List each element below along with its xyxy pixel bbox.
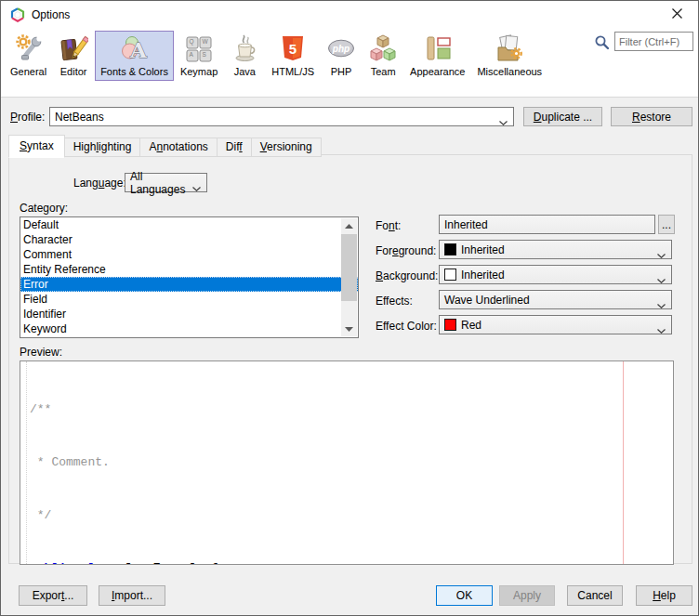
scrollbar-thumb[interactable]	[341, 234, 357, 301]
filter-input[interactable]	[614, 32, 693, 51]
svg-text:A: A	[190, 51, 194, 58]
tab-label: Diff	[226, 140, 243, 153]
search-icon	[594, 34, 610, 53]
chevron-down-icon	[192, 181, 201, 194]
code-class-decl: JavaExample {	[124, 561, 218, 565]
toolbar-item-editor[interactable]: Editor	[53, 31, 94, 81]
miscellaneous-icon	[495, 33, 524, 63]
effect-color-label: Effect Color:	[376, 320, 437, 333]
toolbar-item-general[interactable]: General	[5, 31, 52, 81]
options-dialog: Options General	[0, 0, 699, 616]
list-item-selected[interactable]: Error	[20, 277, 358, 292]
effect-color-select[interactable]: Red	[439, 315, 672, 334]
toolbar-item-label: Keymap	[180, 66, 218, 77]
tab-highlighting[interactable]: Highlighting	[64, 138, 141, 157]
list-item[interactable]: Comment	[20, 247, 358, 262]
effect-color-swatch	[444, 319, 456, 331]
svg-text:php: php	[332, 44, 350, 54]
category-label: Category:	[20, 202, 68, 215]
toolbar-item-label: Miscellaneous	[477, 66, 542, 77]
list-item[interactable]: Field	[20, 292, 358, 307]
tab-annotations[interactable]: Annotations	[139, 138, 217, 157]
restore-button-label: Restore	[632, 111, 671, 124]
font-label: Font:	[376, 219, 401, 232]
toolbar-item-htmljs[interactable]: 5 HTML/JS	[266, 31, 320, 81]
toolbar-item-label: Java	[234, 66, 256, 77]
effects-select[interactable]: Wave Underlined	[439, 290, 672, 309]
list-item[interactable]: Identifier	[20, 307, 358, 321]
list-item[interactable]: Character	[20, 232, 358, 247]
tab-diff[interactable]: Diff	[217, 138, 252, 157]
apply-button[interactable]: Apply	[499, 585, 555, 606]
toolbar-item-php[interactable]: php PHP	[321, 31, 362, 81]
code-line: * Comment.	[30, 453, 363, 471]
list-item[interactable]: Default	[20, 217, 358, 232]
scroll-up-icon[interactable]	[341, 218, 357, 233]
code-comment: */	[30, 508, 51, 522]
restore-button[interactable]: Restore	[611, 107, 692, 126]
window-title: Options	[32, 8, 70, 21]
close-button[interactable]	[656, 1, 698, 28]
ok-button[interactable]: OK	[436, 585, 493, 606]
close-icon	[672, 8, 682, 21]
vertical-scrollbar[interactable]	[341, 218, 357, 336]
tab-label: Highlighting	[73, 140, 132, 153]
ok-button-label: OK	[456, 589, 472, 602]
toolbar-item-appearance[interactable]: Appearance	[404, 31, 470, 81]
toolbar-item-label: Appearance	[410, 66, 465, 77]
apply-button-label: Apply	[513, 589, 541, 602]
editor-icon	[59, 33, 88, 63]
toolbar-item-java[interactable]: Java	[224, 31, 265, 81]
html5-icon: 5	[278, 33, 308, 63]
right-margin-line	[623, 361, 624, 564]
tab-syntax[interactable]: Syntax	[8, 135, 65, 158]
list-item[interactable]: Entity Reference	[20, 262, 358, 277]
foreground-select[interactable]: Inherited	[439, 240, 672, 259]
language-value: All Languages	[130, 170, 188, 196]
profile-value: NetBeans	[55, 111, 104, 124]
svg-text:A: A	[129, 37, 148, 62]
language-label: Language:	[73, 177, 126, 190]
toolbar-item-miscellaneous[interactable]: Miscellaneous	[471, 31, 547, 81]
team-icon	[368, 33, 398, 63]
netbeans-logo-icon	[10, 7, 25, 22]
background-label: Background:	[376, 269, 438, 282]
help-button[interactable]: Help	[636, 585, 692, 606]
general-icon	[14, 33, 44, 63]
font-browse-button[interactable]: ...	[658, 215, 675, 234]
tab-label: Versioning	[260, 140, 312, 153]
toolbar-item-fonts-colors[interactable]: A Fonts & Colors	[95, 31, 174, 81]
appearance-icon	[423, 33, 453, 63]
duplicate-button[interactable]: Duplicate ...	[523, 107, 602, 126]
export-button[interactable]: Export...	[19, 585, 87, 606]
language-select[interactable]: All Languages	[125, 173, 207, 192]
help-button-label: Help	[653, 589, 676, 602]
preview-editor[interactable]: /** * Comment. */ public class JavaExamp…	[20, 360, 674, 565]
toolbar-item-label: Team	[371, 66, 396, 77]
preview-code: /** * Comment. */ public class JavaExamp…	[30, 365, 363, 565]
effects-label: Effects:	[376, 295, 413, 308]
duplicate-button-label: Duplicate ...	[534, 111, 592, 124]
chevron-down-icon	[657, 298, 666, 311]
code-keyword: public class	[30, 561, 124, 565]
font-browse-label: ...	[662, 218, 671, 231]
toolbar-item-team[interactable]: Team	[363, 31, 403, 81]
toolbar-item-label: PHP	[331, 66, 352, 77]
svg-text:S: S	[203, 51, 207, 58]
profile-label: Profile:	[10, 111, 45, 124]
chevron-down-icon	[657, 273, 666, 286]
tab-label: Syntax	[20, 139, 54, 152]
code-comment: * Comment.	[30, 455, 110, 469]
font-field: Inherited	[439, 215, 655, 234]
tab-versioning[interactable]: Versioning	[251, 138, 322, 157]
background-select[interactable]: Inherited	[439, 265, 672, 284]
cancel-button[interactable]: Cancel	[567, 585, 623, 606]
toolbar-item-keymap[interactable]: QWAS Keymap	[175, 31, 223, 81]
php-icon: php	[326, 33, 356, 63]
foreground-swatch	[444, 243, 456, 256]
import-button[interactable]: Import...	[99, 585, 165, 606]
list-item[interactable]: Keyword	[20, 321, 358, 336]
scroll-down-icon[interactable]	[341, 321, 357, 336]
import-button-label: Import...	[112, 589, 152, 602]
profile-select[interactable]: NetBeans	[49, 107, 514, 126]
